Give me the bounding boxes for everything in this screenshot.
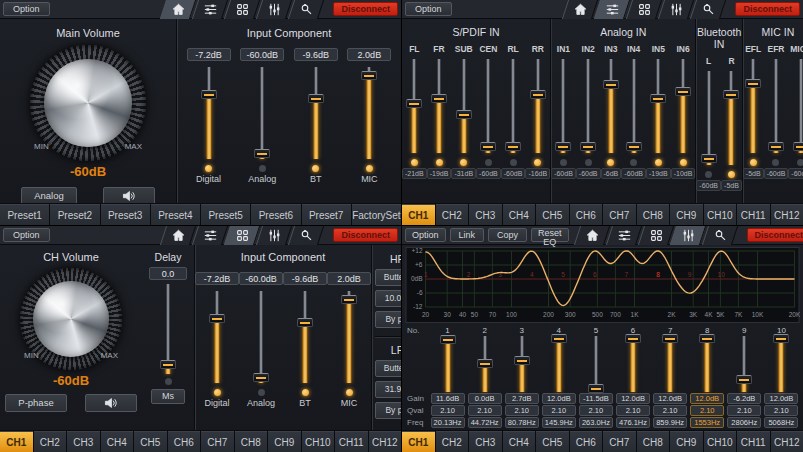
band-freq-value[interactable]: 1553Hz <box>690 417 724 428</box>
channel-slider[interactable] <box>603 59 619 153</box>
band-q-value[interactable]: 2.10 <box>690 405 724 416</box>
preset-tab[interactable]: Preset6 <box>251 204 300 225</box>
slider-handle[interactable] <box>361 71 377 80</box>
channel-tab[interactable]: CH9 <box>670 204 703 225</box>
phase-button[interactable]: P-phase <box>5 394 66 412</box>
band-gain-value[interactable]: 2.7dB <box>505 393 539 404</box>
nav-tab-channel[interactable] <box>626 0 662 19</box>
channel-tab[interactable]: CH5 <box>536 431 569 452</box>
channel-tab[interactable]: CH7 <box>603 431 636 452</box>
band-freq-value[interactable]: 476.1Hz <box>616 417 650 428</box>
nav-tab-tools[interactable] <box>288 0 324 19</box>
eq-band-slider[interactable] <box>699 336 715 392</box>
band-gain-value[interactable]: -6.2dB <box>727 393 761 404</box>
channel-slider[interactable] <box>580 59 596 153</box>
ch-volume-knob[interactable]: MIN MAX <box>20 268 122 370</box>
nav-tab-channel[interactable] <box>224 0 260 19</box>
channel-slider[interactable] <box>530 59 546 153</box>
channel-tab[interactable]: CH10 <box>302 431 335 452</box>
band-gain-value[interactable]: 12.0dB <box>616 393 650 404</box>
channel-slider[interactable] <box>675 59 691 153</box>
band-q-value[interactable]: 2.10 <box>727 405 761 416</box>
input-gain-slider[interactable] <box>340 291 358 383</box>
band-q-value[interactable]: 2.10 <box>431 405 465 416</box>
lpf-freq-button[interactable]: 31.99Hz <box>375 381 402 398</box>
channel-tab[interactable]: CH9 <box>268 431 301 452</box>
channel-slider[interactable] <box>505 59 521 153</box>
channel-tab[interactable]: CH11 <box>737 204 770 225</box>
channel-tab[interactable]: CH6 <box>570 431 603 452</box>
eq-band-slider[interactable] <box>514 336 530 392</box>
lpf-type-button[interactable]: Butter-W <box>375 360 402 377</box>
eq-response-graph[interactable]: 20304050701002003005007001K2K3K4K5K7K10K… <box>405 247 800 325</box>
band-q-value[interactable]: 2.10 <box>505 405 539 416</box>
delay-unit-button[interactable]: Ms <box>151 389 185 404</box>
band-freq-value[interactable]: 145.9Hz <box>542 417 576 428</box>
option-button[interactable]: Option <box>3 2 50 16</box>
nav-tab-home[interactable] <box>573 226 609 245</box>
channel-slider[interactable] <box>793 59 803 153</box>
channel-slider[interactable] <box>626 59 642 153</box>
channel-tab[interactable]: CH10 <box>704 204 737 225</box>
channel-tab[interactable]: CH2 <box>34 431 67 452</box>
channel-slider[interactable] <box>555 59 571 153</box>
slider-handle[interactable] <box>308 94 324 103</box>
reset-eq-button[interactable]: Reset EQ <box>531 228 569 242</box>
band-freq-value[interactable]: 2806Hz <box>727 417 761 428</box>
band-gain-value[interactable]: -11.5dB <box>579 393 613 404</box>
eq-band-slider[interactable] <box>662 336 678 392</box>
hpf-type-button[interactable]: Butter-W <box>375 269 402 286</box>
nav-tab-home[interactable] <box>160 0 196 19</box>
band-q-value[interactable]: 2.10 <box>468 405 502 416</box>
disconnect-button[interactable]: Disconnect <box>333 2 398 16</box>
band-gain-value[interactable]: 11.6dB <box>431 393 465 404</box>
preset-tab[interactable]: Preset5 <box>201 204 250 225</box>
channel-tab[interactable]: CH4 <box>503 204 536 225</box>
nav-tab-mixer[interactable] <box>594 0 630 19</box>
nav-tab-eq[interactable] <box>669 226 705 245</box>
disconnect-button[interactable]: Disconnect <box>747 228 803 242</box>
eq-band-slider[interactable] <box>551 336 567 392</box>
nav-tab-mixer[interactable] <box>605 226 641 245</box>
channel-tab[interactable]: CH2 <box>436 431 469 452</box>
channel-tab[interactable]: CH6 <box>168 431 201 452</box>
preset-tab[interactable]: Preset7 <box>302 204 351 225</box>
nav-tab-eq[interactable] <box>256 0 292 19</box>
band-freq-value[interactable]: 20.13Hz <box>431 417 465 428</box>
channel-slider[interactable] <box>768 59 784 153</box>
input-gain-slider[interactable] <box>307 67 325 159</box>
nav-tab-eq[interactable] <box>256 226 292 245</box>
channel-tab[interactable]: CH8 <box>235 431 268 452</box>
eq-band-slider[interactable] <box>477 336 493 392</box>
lpf-bypass-button[interactable]: By pass <box>375 402 402 419</box>
nav-tab-home[interactable] <box>160 226 196 245</box>
nav-tab-channel[interactable] <box>637 226 673 245</box>
option-button[interactable]: Option <box>405 2 452 16</box>
channel-tab[interactable]: CH2 <box>436 204 469 225</box>
channel-tab[interactable]: CH1 <box>0 431 33 452</box>
option-button[interactable]: Option <box>405 228 446 242</box>
band-q-value[interactable]: 2.10 <box>764 405 798 416</box>
input-gain-slider[interactable] <box>200 67 218 159</box>
band-gain-value[interactable]: 0.0dB <box>468 393 502 404</box>
channel-slider[interactable] <box>650 59 666 153</box>
channel-slider[interactable] <box>480 59 496 153</box>
slider-handle[interactable] <box>254 149 270 158</box>
channel-slider[interactable] <box>723 71 739 165</box>
channel-tab[interactable]: CH12 <box>771 204 803 225</box>
eq-band-slider[interactable] <box>736 336 752 392</box>
option-button[interactable]: Option <box>3 228 50 242</box>
disconnect-button[interactable]: Disconnect <box>735 2 800 16</box>
eq-band-slider[interactable] <box>440 336 456 392</box>
channel-tab[interactable]: CH3 <box>469 204 502 225</box>
input-gain-slider[interactable] <box>252 291 270 383</box>
channel-tab[interactable]: CH4 <box>101 431 134 452</box>
input-gain-slider[interactable] <box>296 291 314 383</box>
band-q-value[interactable]: 2.10 <box>542 405 576 416</box>
delay-slider[interactable] <box>159 284 177 374</box>
channel-tab[interactable]: CH12 <box>369 431 402 452</box>
channel-tab[interactable]: CH8 <box>637 431 670 452</box>
band-freq-value[interactable]: 263.0Hz <box>579 417 613 428</box>
channel-tab[interactable]: CH11 <box>737 431 770 452</box>
channel-slider[interactable] <box>456 59 472 153</box>
